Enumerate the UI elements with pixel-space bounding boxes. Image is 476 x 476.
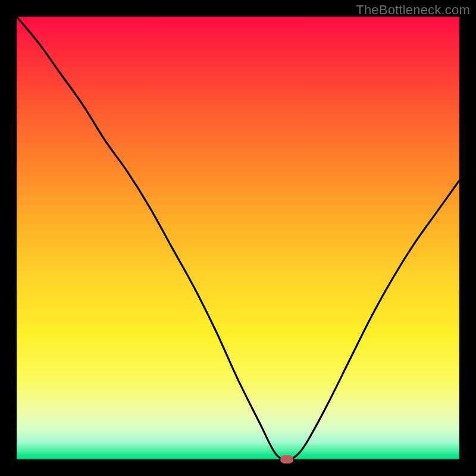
chart-frame: TheBottleneck.com [0, 0, 476, 476]
bottleneck-curve [17, 17, 459, 459]
plot-area [17, 17, 459, 459]
watermark-text: TheBottleneck.com [356, 2, 470, 18]
optimal-point-marker [280, 455, 293, 464]
